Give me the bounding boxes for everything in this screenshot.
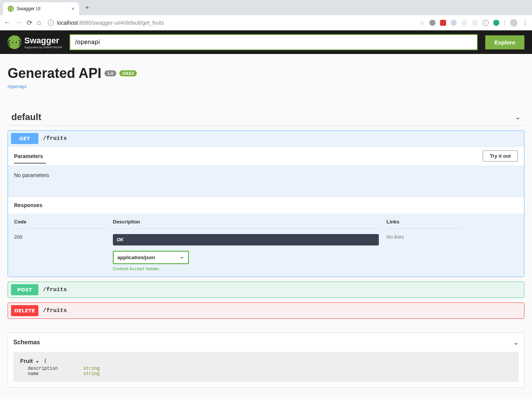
browser-toolbar: ← → ⟳ ⌂ i localhost:8080/swagger-ui/#/de… bbox=[0, 15, 532, 30]
schema-prop: description string bbox=[28, 366, 512, 371]
schemas-header[interactable]: Schemas ⌄ bbox=[8, 333, 524, 352]
method-badge: GET bbox=[11, 133, 38, 144]
chevron-down-icon[interactable]: ⌄ bbox=[35, 357, 40, 364]
browser-chrome: { } Swagger UI × + ← → ⟳ ⌂ i localhost:8… bbox=[0, 0, 532, 30]
accept-hint: Controls Accept header. bbox=[113, 266, 379, 271]
method-badge: DELETE bbox=[11, 305, 38, 316]
kebab-menu-icon[interactable]: ⋮ bbox=[522, 19, 528, 26]
responses-table: Code Description Links 200 OK applicatio… bbox=[8, 214, 524, 277]
oas-badge: OAS3 bbox=[119, 70, 137, 76]
method-badge: POST bbox=[11, 284, 38, 295]
extension-icon[interactable] bbox=[472, 20, 478, 26]
response-code: 200 bbox=[14, 229, 105, 271]
operation-summary[interactable]: POST /fruits bbox=[8, 282, 524, 298]
content-type-select[interactable]: application/json bbox=[113, 251, 189, 264]
operation-path: /fruits bbox=[43, 287, 67, 293]
swagger-logo-text: Swagger bbox=[24, 36, 59, 45]
parameters-label: Parameters bbox=[14, 153, 43, 159]
swagger-favicon-icon: { } bbox=[8, 6, 14, 12]
explore-button[interactable]: Explore bbox=[485, 35, 524, 49]
schema-prop: name string bbox=[28, 371, 512, 377]
extension-icon[interactable] bbox=[429, 20, 435, 26]
spec-url-input[interactable] bbox=[70, 34, 478, 50]
tab-bar: { } Swagger UI × + bbox=[0, 0, 532, 15]
operation-body: Parameters Try it out No parameters Resp… bbox=[8, 146, 524, 277]
operation-get-fruits: GET /fruits Parameters Try it out No par… bbox=[8, 130, 524, 277]
api-title: Generated API bbox=[8, 65, 101, 81]
operation-path: /fruits bbox=[43, 135, 67, 142]
tag-header[interactable]: default ⌄ bbox=[8, 109, 524, 126]
responses-label: Responses bbox=[8, 196, 524, 214]
version-badge: 1.0 bbox=[104, 70, 116, 76]
browser-tab[interactable]: { } Swagger UI × bbox=[3, 2, 79, 15]
no-parameters-text: No parameters bbox=[8, 165, 524, 196]
schema-body: Fruit ⌄ { description string name string bbox=[13, 352, 519, 382]
schema-model-name[interactable]: Fruit ⌄ { bbox=[20, 357, 47, 364]
tab-title: Swagger UI bbox=[17, 6, 68, 11]
extension-icon[interactable] bbox=[493, 20, 499, 26]
operation-delete-fruits: DELETE /fruits bbox=[8, 302, 524, 319]
back-button[interactable]: ← bbox=[4, 19, 11, 27]
spec-link[interactable]: /openapi bbox=[8, 84, 27, 89]
schema-props: description string name string bbox=[20, 366, 512, 377]
no-links-text: No links bbox=[386, 229, 462, 271]
chevron-down-icon[interactable]: ⌄ bbox=[513, 338, 519, 347]
home-button[interactable]: ⌂ bbox=[37, 19, 41, 27]
response-ok-box: OK bbox=[113, 234, 379, 245]
parameters-header: Parameters Try it out bbox=[8, 146, 524, 165]
th-links: Links bbox=[386, 219, 462, 229]
swagger-logo-subtitle: Supported by SMARTBEAR bbox=[24, 46, 62, 49]
swagger-header: {··} Swagger Supported by SMARTBEAR Expl… bbox=[0, 30, 532, 54]
bookmark-star-icon[interactable]: ☆ bbox=[420, 19, 425, 26]
profile-avatar[interactable] bbox=[510, 19, 518, 27]
schemas-section: Schemas ⌄ Fruit ⌄ { description string n… bbox=[8, 332, 524, 388]
operation-post-fruits: POST /fruits bbox=[8, 282, 524, 298]
swagger-logo-icon: {··} bbox=[8, 35, 21, 49]
operation-path: /fruits bbox=[43, 307, 67, 314]
swagger-logo: {··} Swagger Supported by SMARTBEAR bbox=[8, 35, 62, 49]
chevron-down-icon[interactable]: ⌄ bbox=[515, 113, 521, 121]
close-icon[interactable]: × bbox=[71, 6, 74, 12]
response-description: OK application/json Controls Accept head… bbox=[113, 229, 379, 271]
th-description: Description bbox=[113, 219, 379, 229]
try-it-out-button[interactable]: Try it out bbox=[483, 150, 518, 162]
main-content: Generated API 1.0 OAS3 /openapi default … bbox=[0, 54, 532, 399]
url-bar[interactable]: i localhost:8080/swagger-ui/#/default/ge… bbox=[46, 20, 415, 26]
forward-button[interactable]: → bbox=[15, 19, 22, 27]
th-code: Code bbox=[14, 219, 105, 229]
site-info-icon[interactable]: i bbox=[48, 20, 54, 26]
operation-summary[interactable]: DELETE /fruits bbox=[8, 303, 524, 318]
new-tab-button[interactable]: + bbox=[81, 4, 94, 12]
info-icon[interactable]: i bbox=[483, 20, 489, 26]
url-text: localhost:8080/swagger-ui/#/default/get_… bbox=[57, 20, 164, 26]
operation-summary[interactable]: GET /fruits bbox=[8, 131, 524, 146]
schemas-title: Schemas bbox=[13, 339, 40, 346]
reload-button[interactable]: ⟳ bbox=[27, 19, 32, 27]
extension-icon[interactable] bbox=[461, 20, 467, 26]
api-title-row: Generated API 1.0 OAS3 bbox=[8, 65, 524, 81]
tag-section: default ⌄ GET /fruits Parameters Try it … bbox=[8, 109, 524, 319]
extension-icon[interactable] bbox=[451, 20, 457, 26]
abp-extension-icon[interactable] bbox=[440, 20, 446, 26]
tag-name: default bbox=[11, 112, 41, 122]
